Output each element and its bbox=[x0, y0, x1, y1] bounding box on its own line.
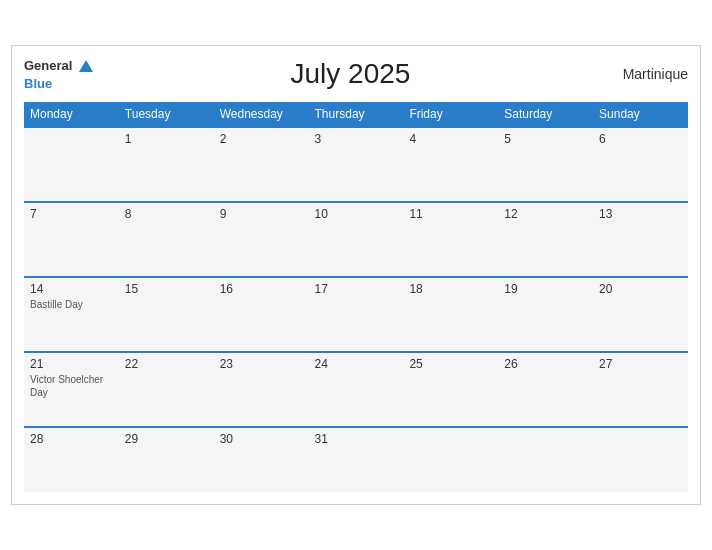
calendar-week-row: 21Victor Shoelcher Day222324252627 bbox=[24, 352, 688, 427]
calendar-day-cell: 17 bbox=[309, 277, 404, 352]
calendar-week-row: 14Bastille Day151617181920 bbox=[24, 277, 688, 352]
logo-line1: General bbox=[24, 56, 93, 74]
calendar-day-cell bbox=[24, 127, 119, 202]
calendar-day-cell: 5 bbox=[498, 127, 593, 202]
day-event-label: Bastille Day bbox=[30, 298, 113, 311]
calendar-day-cell: 16 bbox=[214, 277, 309, 352]
day-number: 30 bbox=[220, 432, 303, 446]
calendar-day-cell: 31 bbox=[309, 427, 404, 492]
day-number: 4 bbox=[409, 132, 492, 146]
calendar-day-cell: 8 bbox=[119, 202, 214, 277]
calendar-day-cell: 19 bbox=[498, 277, 593, 352]
day-number: 12 bbox=[504, 207, 587, 221]
day-number: 5 bbox=[504, 132, 587, 146]
day-number: 17 bbox=[315, 282, 398, 296]
header-saturday: Saturday bbox=[498, 102, 593, 127]
day-number: 13 bbox=[599, 207, 682, 221]
day-number: 2 bbox=[220, 132, 303, 146]
day-number: 18 bbox=[409, 282, 492, 296]
calendar-day-cell: 3 bbox=[309, 127, 404, 202]
day-number: 23 bbox=[220, 357, 303, 371]
calendar-day-cell: 26 bbox=[498, 352, 593, 427]
day-number: 26 bbox=[504, 357, 587, 371]
day-number: 3 bbox=[315, 132, 398, 146]
day-number: 14 bbox=[30, 282, 113, 296]
day-number: 31 bbox=[315, 432, 398, 446]
day-number: 25 bbox=[409, 357, 492, 371]
calendar-day-cell: 27 bbox=[593, 352, 688, 427]
day-number: 29 bbox=[125, 432, 208, 446]
calendar-day-cell: 15 bbox=[119, 277, 214, 352]
calendar-day-cell: 6 bbox=[593, 127, 688, 202]
calendar-day-cell: 21Victor Shoelcher Day bbox=[24, 352, 119, 427]
calendar-day-cell: 28 bbox=[24, 427, 119, 492]
day-number: 1 bbox=[125, 132, 208, 146]
calendar-day-cell bbox=[593, 427, 688, 492]
calendar-day-cell: 30 bbox=[214, 427, 309, 492]
calendar-day-cell bbox=[498, 427, 593, 492]
calendar-day-cell: 23 bbox=[214, 352, 309, 427]
calendar-day-cell: 2 bbox=[214, 127, 309, 202]
day-number: 19 bbox=[504, 282, 587, 296]
day-event-label: Victor Shoelcher Day bbox=[30, 373, 113, 399]
day-number: 28 bbox=[30, 432, 113, 446]
calendar-day-cell: 4 bbox=[403, 127, 498, 202]
calendar-table: Monday Tuesday Wednesday Thursday Friday… bbox=[24, 102, 688, 492]
day-number: 7 bbox=[30, 207, 113, 221]
day-number: 9 bbox=[220, 207, 303, 221]
calendar-day-cell: 20 bbox=[593, 277, 688, 352]
header-monday: Monday bbox=[24, 102, 119, 127]
calendar-day-cell: 13 bbox=[593, 202, 688, 277]
day-number: 15 bbox=[125, 282, 208, 296]
calendar-title: July 2025 bbox=[93, 58, 608, 90]
calendar-week-row: 123456 bbox=[24, 127, 688, 202]
calendar-day-cell: 14Bastille Day bbox=[24, 277, 119, 352]
calendar-region: Martinique bbox=[608, 66, 688, 82]
calendar-day-cell: 10 bbox=[309, 202, 404, 277]
logo-blue-text: Blue bbox=[24, 76, 52, 91]
calendar-day-cell: 9 bbox=[214, 202, 309, 277]
calendar-day-cell bbox=[403, 427, 498, 492]
day-number: 8 bbox=[125, 207, 208, 221]
day-number: 21 bbox=[30, 357, 113, 371]
calendar-day-cell: 12 bbox=[498, 202, 593, 277]
calendar-day-cell: 22 bbox=[119, 352, 214, 427]
day-number: 24 bbox=[315, 357, 398, 371]
day-number: 11 bbox=[409, 207, 492, 221]
day-number: 22 bbox=[125, 357, 208, 371]
header-sunday: Sunday bbox=[593, 102, 688, 127]
day-number: 20 bbox=[599, 282, 682, 296]
weekday-header-row: Monday Tuesday Wednesday Thursday Friday… bbox=[24, 102, 688, 127]
header-thursday: Thursday bbox=[309, 102, 404, 127]
header-tuesday: Tuesday bbox=[119, 102, 214, 127]
header-friday: Friday bbox=[403, 102, 498, 127]
day-number: 27 bbox=[599, 357, 682, 371]
day-number: 6 bbox=[599, 132, 682, 146]
logo: General Blue bbox=[24, 56, 93, 91]
header-wednesday: Wednesday bbox=[214, 102, 309, 127]
logo-general-text: General bbox=[24, 58, 72, 73]
calendar-day-cell: 1 bbox=[119, 127, 214, 202]
calendar-week-row: 78910111213 bbox=[24, 202, 688, 277]
day-number: 10 bbox=[315, 207, 398, 221]
calendar-day-cell: 7 bbox=[24, 202, 119, 277]
logo-triangle-icon bbox=[79, 60, 93, 72]
calendar-container: General Blue July 2025 Martinique Monday… bbox=[11, 45, 701, 504]
calendar-week-row: 28293031 bbox=[24, 427, 688, 492]
calendar-day-cell: 18 bbox=[403, 277, 498, 352]
calendar-day-cell: 24 bbox=[309, 352, 404, 427]
calendar-day-cell: 25 bbox=[403, 352, 498, 427]
calendar-day-cell: 29 bbox=[119, 427, 214, 492]
day-number: 16 bbox=[220, 282, 303, 296]
calendar-header: General Blue July 2025 Martinique bbox=[24, 56, 688, 91]
calendar-day-cell: 11 bbox=[403, 202, 498, 277]
